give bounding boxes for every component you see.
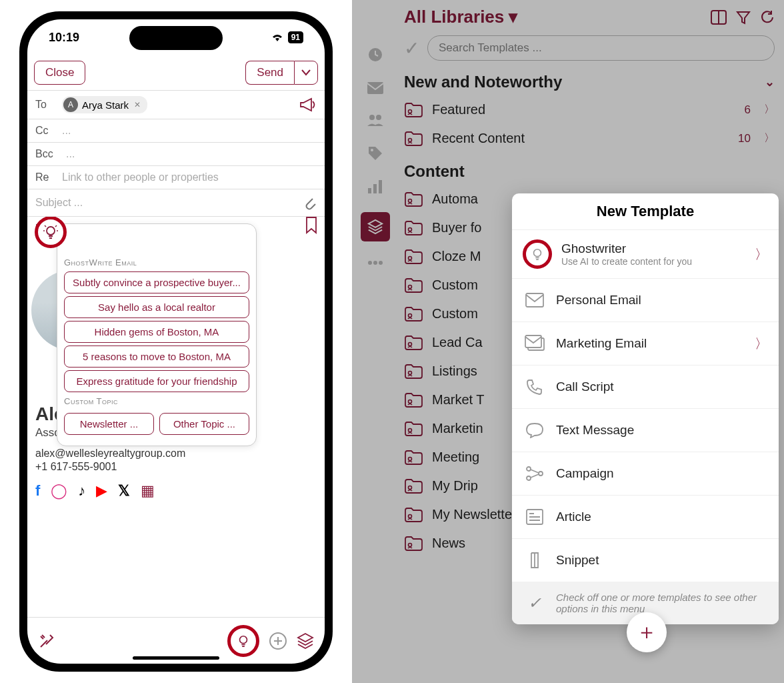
paperclip-icon[interactable] — [302, 195, 317, 211]
ghostwrite-toolbar-button[interactable] — [227, 625, 259, 657]
library-row-label: Meeting — [432, 450, 479, 465]
wifi-icon — [271, 33, 284, 42]
section-noteworthy-label: New and Noteworthy — [404, 73, 562, 91]
instagram-icon[interactable]: ◯ — [51, 482, 67, 500]
send-button[interactable]: Send — [245, 61, 294, 85]
svg-point-36 — [527, 476, 531, 480]
folder-icon — [404, 479, 423, 494]
layers-icon[interactable] — [297, 632, 314, 650]
recipient-chip[interactable]: A Arya Stark ✕ — [62, 96, 147, 113]
svg-point-31 — [534, 249, 541, 257]
people-icon[interactable] — [366, 113, 385, 127]
library-row[interactable]: Recent Content10〉 — [404, 124, 775, 153]
section-noteworthy-header[interactable]: New and Noteworthy ⌄ — [404, 73, 775, 91]
svg-point-30 — [409, 543, 412, 546]
select-all-check-icon[interactable]: ✓ — [404, 37, 419, 59]
new-template-row-article[interactable]: Article — [512, 496, 779, 539]
to-label: To — [35, 99, 55, 111]
cc-placeholder: ... — [62, 125, 317, 137]
mail-icon[interactable] — [367, 81, 384, 95]
new-template-row-snippet[interactable]: Snippet — [512, 539, 779, 582]
library-row-label: Featured — [432, 102, 485, 117]
status-time: 10:19 — [49, 31, 79, 45]
new-template-footer-text: Check off one or more templates to see o… — [556, 592, 768, 614]
phone-mockup-panel: 10:19 91 Close Send — [0, 0, 352, 683]
calendar-icon[interactable]: ▦ — [141, 482, 155, 500]
svg-point-7 — [371, 149, 373, 151]
svg-point-17 — [409, 138, 412, 141]
svg-point-28 — [409, 486, 412, 489]
ghostwrite-bulb-icon[interactable] — [35, 217, 67, 248]
clock-icon[interactable] — [367, 47, 383, 63]
folder-icon — [404, 422, 423, 436]
bcc-field-row[interactable]: Bcc ... — [27, 143, 325, 166]
more-icon[interactable] — [367, 260, 383, 265]
row-icon — [523, 505, 547, 529]
tools-icon[interactable] — [38, 632, 55, 650]
email-body[interactable]: Hi Arya, Ale Associate Broker, Wellesley… — [27, 217, 325, 617]
library-row-label: Marketin — [432, 421, 483, 436]
row-text: Marketing Email — [556, 336, 745, 351]
youtube-icon[interactable]: ▶ — [96, 482, 107, 500]
right-nav-sidebar — [352, 0, 399, 683]
subject-row[interactable]: Subject ... — [27, 189, 325, 217]
svg-point-26 — [409, 428, 412, 432]
re-field-row[interactable]: Re Link to other people or properties — [27, 166, 325, 189]
tiktok-icon[interactable]: ♪ — [78, 482, 85, 500]
row-text: Article — [556, 510, 768, 524]
svg-point-16 — [409, 109, 412, 113]
library-row-label: Custom — [432, 277, 478, 293]
new-template-row-ghostwriter[interactable]: GhostwriterUse AI to create content for … — [512, 230, 779, 279]
megaphone-icon[interactable] — [299, 97, 317, 112]
search-row: ✓ Search Templates ... — [404, 35, 775, 61]
new-template-row-call-script[interactable]: Call Script — [512, 366, 779, 409]
svg-point-0 — [47, 227, 55, 235]
library-row-count: 6 — [745, 103, 751, 117]
refresh-icon[interactable] — [760, 10, 775, 25]
analytics-icon[interactable] — [367, 180, 383, 193]
svg-point-1 — [240, 636, 247, 643]
send-dropdown-button[interactable] — [294, 61, 318, 85]
new-template-row-campaign[interactable]: Campaign — [512, 452, 779, 496]
ghostwrite-option[interactable]: Hidden gems of Boston, MA — [64, 321, 249, 343]
x-twitter-icon[interactable]: 𝕏 — [118, 482, 130, 500]
ghostwrite-newsletter-button[interactable]: Newsletter ... — [64, 413, 154, 435]
section-content-header[interactable]: Content — [404, 162, 775, 181]
close-button[interactable]: Close — [34, 61, 85, 85]
subject-placeholder: Subject ... — [35, 197, 83, 209]
folder-icon — [404, 335, 423, 350]
add-circle-icon[interactable] — [269, 632, 287, 650]
chevron-right-icon: 〉 — [764, 131, 775, 145]
svg-point-19 — [409, 227, 412, 231]
new-template-row-personal-email[interactable]: Personal Email — [512, 279, 779, 322]
facebook-icon[interactable]: f — [35, 482, 40, 500]
tag-icon[interactable] — [367, 145, 383, 161]
ghostwrite-popup: GhostWrite Email Subtly convince a prosp… — [57, 223, 257, 446]
new-template-title: New Template — [512, 193, 779, 230]
chevron-right-icon: 〉 — [764, 103, 775, 117]
check-icon: ✓ — [523, 591, 547, 615]
folder-icon — [404, 192, 423, 207]
libraries-dropdown[interactable]: All Libraries ▾ — [404, 7, 518, 27]
new-template-row-text-message[interactable]: Text Message — [512, 409, 779, 452]
svg-point-12 — [373, 261, 377, 265]
ghostwrite-option[interactable]: Express gratitude for your friendship — [64, 370, 249, 392]
new-template-row-marketing-email[interactable]: Marketing Email〉 — [512, 322, 779, 366]
library-icon[interactable] — [361, 212, 390, 241]
ghostwrite-option[interactable]: Subtly convince a prospective buyer... — [64, 271, 249, 293]
bcc-placeholder: ... — [66, 148, 317, 160]
chip-remove-icon[interactable]: ✕ — [133, 100, 142, 109]
ghostwrite-other-topic-button[interactable]: Other Topic ... — [159, 413, 249, 435]
ghostwrite-option[interactable]: 5 reasons to move to Boston, MA — [64, 346, 249, 368]
to-field-row[interactable]: To A Arya Stark ✕ — [27, 91, 325, 119]
filter-icon[interactable] — [736, 10, 751, 25]
search-input[interactable]: Search Templates ... — [427, 35, 775, 61]
columns-icon[interactable] — [711, 10, 727, 25]
bcc-label: Bcc — [35, 148, 59, 160]
library-row[interactable]: Featured6〉 — [404, 95, 775, 124]
ghostwrite-option[interactable]: Say hello as a local realtor — [64, 296, 249, 318]
add-fab-button[interactable]: ＋ — [627, 612, 667, 652]
bookmark-icon[interactable] — [305, 217, 318, 234]
library-row-count: 10 — [738, 132, 751, 145]
cc-field-row[interactable]: Cc ... — [27, 119, 325, 143]
